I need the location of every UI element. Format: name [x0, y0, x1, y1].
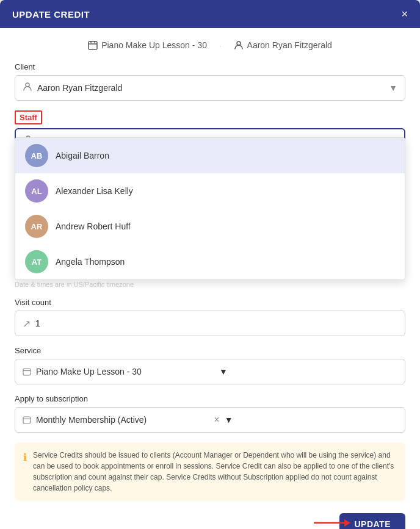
- staff-dropdown-list: ABAbigail BarronALAlexander Lisa KellyAR…: [15, 137, 405, 280]
- visit-count-input[interactable]: [35, 318, 397, 328]
- subscription-field: Apply to subscription Monthly Membership…: [15, 394, 405, 433]
- svg-point-5: [26, 83, 29, 87]
- info-icon: ℹ: [23, 450, 27, 494]
- client-chevron: ▼: [389, 83, 397, 93]
- svg-marker-20: [344, 519, 350, 527]
- staff-field: Staff ▼ ABAbigail BarronALAlexander Lisa…: [15, 110, 405, 154]
- staff-dropdown-item[interactable]: ALAlexander Lisa Kelly: [15, 173, 405, 209]
- staff-dropdown-item[interactable]: ATAngela Thompson: [15, 244, 405, 279]
- trend-icon: ↗: [23, 318, 31, 329]
- arrow-hint: [314, 517, 350, 529]
- subscription-value: Monthly Membership (Active): [36, 415, 209, 425]
- close-button[interactable]: ×: [401, 9, 408, 20]
- modal-header: UPDATE CREDIT ×: [0, 0, 420, 28]
- client-label: Client: [15, 62, 405, 71]
- client-input-row[interactable]: Aaron Ryan Fitzgerald ▼: [15, 75, 405, 101]
- staff-item-name: Abigail Barron: [56, 151, 109, 160]
- update-credit-modal: UPDATE CREDIT × Piano Make Up Lesson - 3…: [0, 0, 420, 529]
- arrow-icon: [314, 517, 350, 529]
- service-input-row[interactable]: Piano Make Up Lesson - 30 ▼: [15, 359, 405, 384]
- info-text: Service Credits should be issued to clie…: [33, 450, 397, 494]
- staff-label: Staff: [15, 110, 42, 124]
- staff-dropdown-item[interactable]: ARAndrew Robert Huff: [15, 209, 405, 244]
- svg-rect-0: [89, 41, 97, 49]
- svg-rect-17: [23, 417, 31, 423]
- staff-item-name: Angela Thompson: [56, 257, 125, 267]
- svg-point-4: [237, 41, 241, 45]
- client-field: Client Aaron Ryan Fitzgerald ▼: [15, 62, 405, 101]
- person-info: Aaron Ryan Fitzgerald: [234, 40, 332, 50]
- svg-rect-15: [23, 369, 31, 375]
- modal-body: Piano Make Up Lesson - 30 · Aaron Ryan F…: [0, 28, 420, 529]
- visit-count-input-row[interactable]: ↗: [15, 311, 405, 336]
- visit-count-field: Visit count ↗: [15, 298, 405, 336]
- service-chevron: ▼: [219, 367, 397, 376]
- info-box: ℹ Service Credits should be issued to cl…: [15, 442, 405, 501]
- subscription-icon: [23, 416, 31, 424]
- service-value: Piano Make Up Lesson - 30: [36, 367, 214, 376]
- person-name: Aaron Ryan Fitzgerald: [247, 40, 332, 50]
- service-label: Service: [15, 346, 405, 355]
- service-field: Service Piano Make Up Lesson - 30 ▼: [15, 346, 405, 384]
- staff-dropdown-item[interactable]: ABAbigail Barron: [15, 138, 405, 173]
- subscription-clear-button[interactable]: ×: [214, 414, 219, 425]
- footer-row: UPDATE: [15, 513, 405, 529]
- separator: ·: [219, 41, 222, 50]
- client-value: Aaron Ryan Fitzgerald: [37, 83, 389, 93]
- subtitle-row: Piano Make Up Lesson - 30 · Aaron Ryan F…: [15, 40, 405, 50]
- staff-item-name: Alexander Lisa Kelly: [56, 186, 133, 196]
- calendar-icon: [88, 40, 98, 50]
- person-icon: [234, 40, 244, 50]
- subscription-chevron: ▼: [225, 415, 397, 425]
- timezone-note: Date & times are in US/Pacific timezone: [15, 281, 405, 288]
- modal-title: UPDATE CREDIT: [12, 9, 90, 20]
- client-icon: [23, 82, 32, 94]
- staff-item-name: Andrew Robert Huff: [56, 221, 131, 231]
- visit-count-label: Visit count: [15, 298, 405, 307]
- service-icon: [23, 367, 31, 376]
- lesson-name: Piano Make Up Lesson - 30: [101, 40, 207, 50]
- subscription-input-row[interactable]: Monthly Membership (Active) × ▼: [15, 407, 405, 433]
- lesson-info: Piano Make Up Lesson - 30: [88, 40, 207, 50]
- apply-label: Apply to subscription: [15, 394, 405, 403]
